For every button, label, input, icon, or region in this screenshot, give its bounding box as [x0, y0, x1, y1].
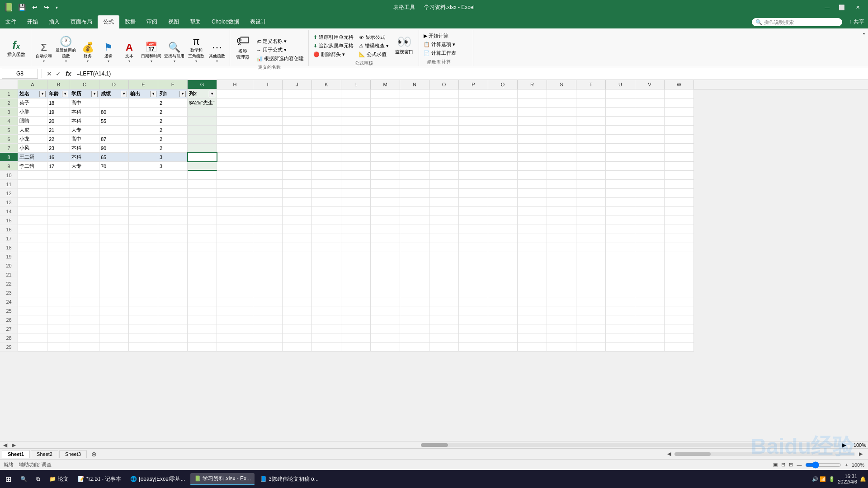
cell-K7[interactable] [312, 144, 341, 153]
cell-R6[interactable] [518, 135, 547, 144]
cell-P5[interactable] [459, 126, 488, 135]
row-num-8[interactable]: 8 [0, 153, 18, 162]
error-check-btn[interactable]: ⚠ 错误检查 ▾ [357, 42, 391, 50]
cell-I4[interactable] [253, 117, 283, 126]
cell-G1[interactable]: 列2 ▾ [188, 89, 217, 99]
cell-K4[interactable] [312, 117, 341, 126]
cell-V4[interactable] [635, 117, 665, 126]
cell-B2[interactable]: 18 [47, 99, 70, 108]
taskbar-excel[interactable]: 📗 学习资料.xlsx - Ex... [190, 473, 255, 485]
cell-U9[interactable] [606, 162, 635, 171]
cell-D3[interactable]: 80 [99, 108, 129, 117]
insert-function-btn[interactable]: fx 插入函数 [5, 31, 28, 65]
cell-A7[interactable]: 小风 [18, 144, 47, 153]
cell-U6[interactable] [606, 135, 635, 144]
cell-N2[interactable] [400, 99, 429, 108]
cell-O7[interactable] [429, 144, 459, 153]
logic-btn[interactable]: ⚑ 逻辑 ▾ [99, 41, 118, 64]
cell-V9[interactable] [635, 162, 665, 171]
col-header-F[interactable]: F [158, 80, 188, 89]
recent-fn-dropdown[interactable]: ▾ [65, 59, 67, 63]
cell-T5[interactable] [576, 126, 606, 135]
cell-P1[interactable] [459, 89, 488, 99]
col-header-U[interactable]: U [606, 80, 635, 89]
trace-dependents-btn[interactable]: ⬇ 追踪从属单元格 [311, 42, 355, 50]
cell-G6[interactable] [188, 135, 217, 144]
cell-L4[interactable] [341, 117, 371, 126]
cell-Q2[interactable] [488, 99, 518, 108]
search-input[interactable] [764, 19, 836, 25]
row-num-20[interactable]: 20 [0, 261, 18, 270]
row-num-4[interactable]: 4 [0, 117, 18, 126]
cell-M5[interactable] [371, 126, 400, 135]
row-num-1[interactable]: 1 [0, 89, 18, 99]
cell-L9[interactable] [341, 162, 371, 171]
cell-H8[interactable] [217, 153, 253, 162]
cell-F9[interactable]: 3 [158, 162, 188, 171]
logic-dropdown[interactable]: ▾ [108, 59, 109, 63]
cell-H3[interactable] [217, 108, 253, 117]
row-num-26[interactable]: 26 [0, 315, 18, 324]
cell-W4[interactable] [665, 117, 694, 126]
bottom-scrollbar[interactable] [675, 452, 855, 456]
cell-F5[interactable]: 2 [158, 126, 188, 135]
cell-O5[interactable] [429, 126, 459, 135]
watch-window-btn[interactable]: 👀 监视窗口 [392, 31, 416, 58]
filter-A1-btn[interactable]: ▾ [39, 91, 46, 97]
cell-R3[interactable] [518, 108, 547, 117]
row-num-25[interactable]: 25 [0, 306, 18, 315]
cell-G7[interactable] [188, 144, 217, 153]
cell-R8[interactable] [518, 153, 547, 162]
name-box[interactable] [2, 69, 38, 79]
cell-O8[interactable] [429, 153, 459, 162]
cell-B5[interactable]: 21 [47, 126, 70, 135]
sheet-tab-sheet1[interactable]: Sheet1 [2, 450, 30, 458]
tab-formulas[interactable]: 公式 [98, 15, 119, 28]
col-header-S[interactable]: S [547, 80, 576, 89]
save-quick-btn[interactable]: 💾 [16, 3, 28, 12]
row-num-9[interactable]: 9 [0, 162, 18, 171]
cell-T4[interactable] [576, 117, 606, 126]
row-num-21[interactable]: 21 [0, 270, 18, 279]
cell-W5[interactable] [665, 126, 694, 135]
cell-G2[interactable]: $A2&"先生" [188, 99, 217, 108]
cell-I3[interactable] [253, 108, 283, 117]
cell-V7[interactable] [635, 144, 665, 153]
cell-H5[interactable] [217, 126, 253, 135]
cell-P6[interactable] [459, 135, 488, 144]
row-num-6[interactable]: 6 [0, 135, 18, 144]
cell-I8[interactable] [253, 153, 283, 162]
cell-V2[interactable] [635, 99, 665, 108]
cell-I2[interactable] [253, 99, 283, 108]
cell-T9[interactable] [576, 162, 606, 171]
col-header-K[interactable]: K [312, 80, 341, 89]
cell-E3[interactable] [129, 108, 158, 117]
row-num-18[interactable]: 18 [0, 243, 18, 252]
cell-G9[interactable] [188, 162, 217, 171]
cell-P3[interactable] [459, 108, 488, 117]
cell-N7[interactable] [400, 144, 429, 153]
row-num-16[interactable]: 16 [0, 225, 18, 234]
cell-F6[interactable]: 2 [158, 135, 188, 144]
cell-F3[interactable]: 2 [158, 108, 188, 117]
cell-N4[interactable] [400, 117, 429, 126]
cell-E7[interactable] [129, 144, 158, 153]
row-num-29[interactable]: 29 [0, 343, 18, 352]
cell-W8[interactable] [665, 153, 694, 162]
cell-J6[interactable] [283, 135, 312, 144]
cell-M8[interactable] [371, 153, 400, 162]
cell-I5[interactable] [253, 126, 283, 135]
cell-K2[interactable] [312, 99, 341, 108]
cell-J4[interactable] [283, 117, 312, 126]
tab-tabledesign[interactable]: 表设计 [245, 15, 272, 28]
cell-P2[interactable] [459, 99, 488, 108]
cell-H7[interactable] [217, 144, 253, 153]
cell-S8[interactable] [547, 153, 576, 162]
cell-V1[interactable] [635, 89, 665, 99]
cell-D8[interactable]: 65 [99, 153, 129, 162]
cell-B7[interactable]: 23 [47, 144, 70, 153]
cell-M7[interactable] [371, 144, 400, 153]
more-fn-dropdown[interactable]: ▾ [216, 59, 218, 63]
cell-S3[interactable] [547, 108, 576, 117]
cell-R2[interactable] [518, 99, 547, 108]
